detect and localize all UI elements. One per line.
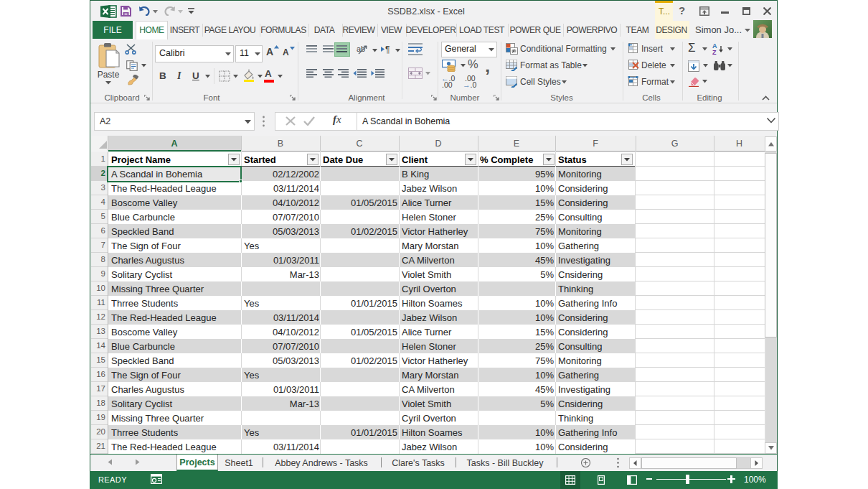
svg-text:¶: ¶ [385,45,390,54]
svg-text:Z: Z [712,49,717,55]
